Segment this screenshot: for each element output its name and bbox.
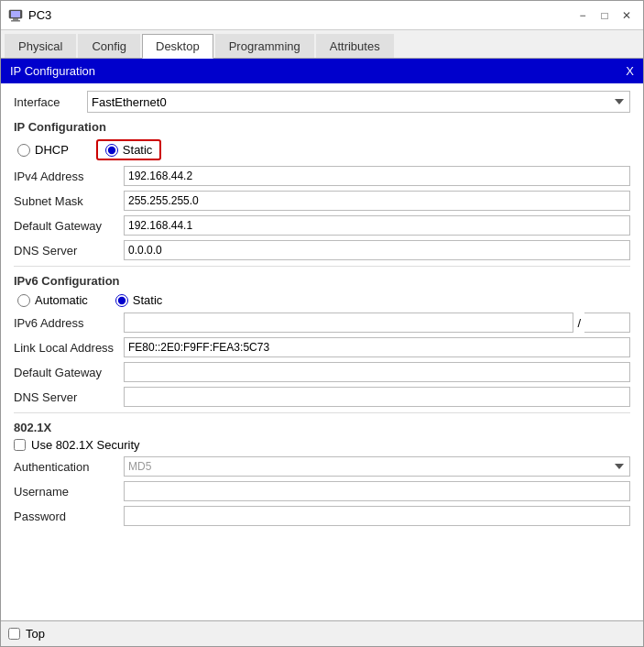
ipv6-address-inputs: /: [124, 313, 630, 333]
panel-header: IP Configuration X: [1, 59, 643, 83]
username-label: Username: [14, 485, 124, 499]
interface-row: Interface FastEthernet0: [14, 91, 630, 113]
svg-rect-2: [13, 18, 18, 20]
dhcp-label: DHCP: [35, 143, 69, 157]
subnet-label: Subnet Mask: [14, 194, 124, 208]
gateway-label: Default Gateway: [14, 219, 124, 233]
auth-label: Authentication: [14, 460, 124, 474]
gateway-row: Default Gateway: [14, 215, 630, 236]
subnet-input[interactable]: [124, 191, 630, 211]
dns-row: DNS Server: [14, 240, 630, 260]
auth-select[interactable]: MD5: [124, 456, 630, 477]
subnet-row: Subnet Mask: [14, 191, 630, 211]
ipv6-dns-label: DNS Server: [14, 390, 124, 404]
top-label: Top: [26, 627, 45, 641]
dns-label: DNS Server: [14, 244, 124, 258]
link-local-row: Link Local Address: [14, 337, 630, 357]
ipv6-prefix-input[interactable]: [584, 313, 630, 333]
bottom-bar: Top: [1, 620, 643, 646]
pc-icon: [8, 8, 23, 23]
dhcp-option[interactable]: DHCP: [17, 143, 69, 157]
security-section-title: 802.1X: [14, 421, 630, 434]
main-window: PC3 − □ ✕ Physical Config Desktop Progra…: [0, 0, 644, 647]
username-input[interactable]: [124, 481, 630, 501]
ipv6-automatic-label: Automatic: [35, 293, 88, 307]
security-checkbox-row: Use 802.1X Security: [14, 438, 630, 452]
tab-config[interactable]: Config: [78, 34, 140, 58]
ipv6-address-row: IPv6 Address /: [14, 313, 630, 333]
tab-bar: Physical Config Desktop Programming Attr…: [1, 30, 643, 59]
password-input[interactable]: [124, 506, 630, 526]
static-label: Static: [123, 143, 153, 157]
panel-title: IP Configuration: [10, 64, 95, 78]
ipv4-label: IPv4 Address: [14, 170, 124, 183]
ipv4-input[interactable]: [124, 166, 630, 186]
title-bar: PC3 − □ ✕: [1, 1, 643, 30]
security-checkbox-label: Use 802.1X Security: [31, 438, 140, 452]
ipv6-address-input[interactable]: [124, 313, 573, 333]
panel-close-button[interactable]: X: [626, 64, 634, 78]
top-checkbox[interactable]: [8, 628, 20, 640]
auth-row: Authentication MD5: [14, 456, 630, 477]
ipv6-gateway-row: Default Gateway: [14, 362, 630, 382]
link-local-input[interactable]: [124, 337, 630, 357]
main-content: IP Configuration X Interface FastEtherne…: [1, 59, 643, 620]
ip-mode-radio-group: DHCP Static: [14, 139, 630, 160]
username-row: Username: [14, 481, 630, 501]
ipv6-static-label: Static: [133, 293, 163, 307]
ipv6-static-radio[interactable]: [115, 294, 128, 307]
ipv6-address-label: IPv6 Address: [14, 316, 124, 330]
minimize-button[interactable]: −: [573, 6, 592, 25]
divider-2: [14, 412, 630, 413]
tab-desktop[interactable]: Desktop: [142, 34, 213, 59]
ipv6-mode-radio-group: Automatic Static: [14, 293, 630, 307]
ip-config-section-title: IP Configuration: [14, 120, 630, 134]
ipv6-dns-row: DNS Server: [14, 387, 630, 407]
ipv6-dns-input[interactable]: [124, 387, 630, 407]
dns-input[interactable]: [124, 240, 630, 260]
dhcp-radio[interactable]: [17, 144, 30, 157]
ipv6-slash: /: [573, 316, 584, 330]
tab-physical[interactable]: Physical: [5, 34, 76, 58]
password-label: Password: [14, 510, 124, 523]
divider-1: [14, 266, 630, 267]
interface-select[interactable]: FastEthernet0: [87, 91, 630, 113]
ipv6-automatic-radio[interactable]: [17, 294, 30, 307]
password-row: Password: [14, 506, 630, 526]
close-button[interactable]: ✕: [617, 6, 636, 25]
link-local-label: Link Local Address: [14, 341, 124, 355]
window-title: PC3: [28, 8, 51, 22]
tab-attributes[interactable]: Attributes: [316, 34, 394, 58]
title-bar-controls: − □ ✕: [573, 6, 636, 25]
ipv4-row: IPv4 Address: [14, 166, 630, 186]
gateway-input[interactable]: [124, 215, 630, 236]
static-radio[interactable]: [105, 144, 118, 157]
static-option[interactable]: Static: [96, 139, 162, 160]
security-checkbox[interactable]: [14, 439, 26, 451]
ipv6-config-section-title: IPv6 Configuration: [14, 274, 630, 288]
maximize-button[interactable]: □: [595, 6, 614, 25]
ipv6-gateway-label: Default Gateway: [14, 366, 124, 379]
ipv6-gateway-input[interactable]: [124, 362, 630, 382]
tab-programming[interactable]: Programming: [215, 34, 314, 58]
ipv6-automatic-option[interactable]: Automatic: [17, 293, 88, 307]
interface-label: Interface: [14, 95, 87, 109]
ipv6-static-option[interactable]: Static: [115, 293, 163, 307]
svg-rect-3: [11, 20, 20, 22]
form-area: Interface FastEthernet0 IP Configuration…: [1, 83, 643, 538]
svg-rect-1: [11, 11, 20, 17]
title-bar-left: PC3: [8, 8, 51, 23]
